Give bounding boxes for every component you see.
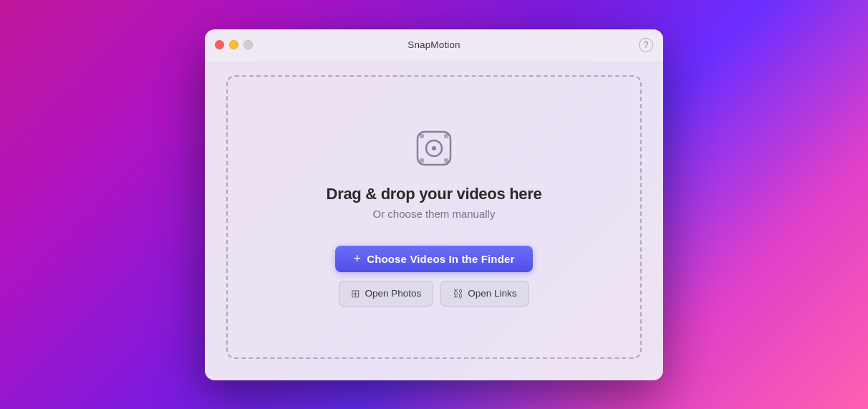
window-content: Drag & drop your videos here Or choose t… bbox=[205, 61, 663, 380]
svg-rect-3 bbox=[420, 134, 424, 138]
film-reel-icon bbox=[413, 127, 455, 169]
minimize-button[interactable] bbox=[229, 40, 238, 49]
plus-icon: + bbox=[354, 252, 362, 265]
drag-drop-title: Drag & drop your videos here bbox=[327, 185, 542, 203]
window-title: SnapMotion bbox=[408, 39, 460, 50]
svg-point-2 bbox=[432, 146, 436, 150]
film-icon-container bbox=[413, 127, 455, 172]
secondary-buttons: ⊞ Open Photos ⛓ Open Links bbox=[339, 281, 529, 307]
open-photos-button[interactable]: ⊞ Open Photos bbox=[339, 281, 433, 307]
open-links-label: Open Links bbox=[468, 288, 516, 299]
svg-rect-4 bbox=[444, 134, 448, 138]
traffic-lights bbox=[215, 40, 253, 49]
choose-videos-label: Choose Videos In the Finder bbox=[367, 253, 514, 265]
svg-rect-6 bbox=[444, 158, 448, 163]
open-links-button[interactable]: ⛓ Open Links bbox=[440, 281, 529, 307]
titlebar: SnapMotion ? bbox=[205, 29, 663, 61]
help-button[interactable]: ? bbox=[639, 38, 653, 52]
drop-zone[interactable]: Drag & drop your videos here Or choose t… bbox=[226, 75, 642, 359]
svg-rect-5 bbox=[420, 158, 424, 163]
choose-videos-button[interactable]: + Choose Videos In the Finder bbox=[335, 246, 534, 272]
close-button[interactable] bbox=[215, 40, 224, 49]
drag-drop-subtitle: Or choose them manually bbox=[373, 208, 496, 220]
app-window: SnapMotion ? Drag & dro bbox=[205, 29, 663, 380]
maximize-button[interactable] bbox=[243, 40, 253, 49]
photos-icon: ⊞ bbox=[351, 287, 360, 300]
open-photos-label: Open Photos bbox=[365, 288, 421, 299]
links-icon: ⛓ bbox=[453, 287, 463, 299]
